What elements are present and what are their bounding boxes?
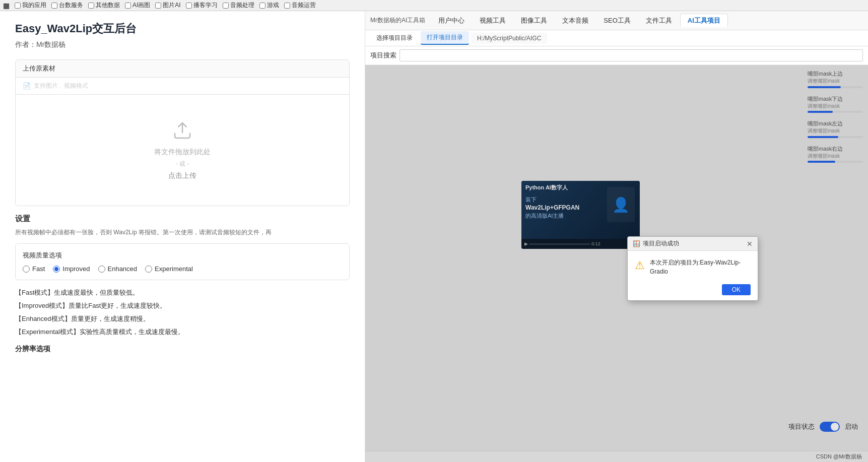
file-icon: 📄 <box>23 82 31 90</box>
resolution-label: 分辨率选项 <box>15 345 350 354</box>
nav-file-tools[interactable]: 文件工具 <box>639 14 679 27</box>
search-input[interactable] <box>399 49 863 61</box>
mode-descriptions: 【Fast模式】生成速度最快，但质量较低。 【Improved模式】质量比Fas… <box>15 286 350 339</box>
dialog-close-button[interactable]: ✕ <box>747 240 753 247</box>
nav-video-tools[interactable]: 视频工具 <box>473 14 513 27</box>
top-toolbar: ▦ 我的应用 台数服务 其他数据 AI画图 图片AI 播客学习 音频处理 游戏 … <box>0 0 868 11</box>
quality-option-improved[interactable]: Improved <box>53 265 90 273</box>
dialog-warning-icon: ⚠ <box>635 259 645 272</box>
nav-ai-project[interactable]: AI工具项目 <box>680 14 728 27</box>
nav-seo-tools[interactable]: SEO工具 <box>596 14 637 27</box>
upload-section: 上传原素材 📄 支持图片、视频格式 将文件拖放到此处 - 或 - 点击上传 <box>15 59 350 206</box>
path-display: H:/MyScriptPublic/AIGC <box>471 33 547 44</box>
sub-tab-select-dir[interactable]: 选择项目目录 <box>370 32 419 44</box>
drop-text: 将文件拖放到此处 <box>154 148 211 157</box>
quality-radio-group: Fast Improved Enhanced Experimental <box>23 265 342 273</box>
dialog-body: ⚠ 本次开启的项目为:Easy-Wav2Lip-Gradio <box>628 251 758 281</box>
main-container: Easy_Wav2Lip交互后台 作者：Mr数据杨 上传原素材 📄 支持图片、视… <box>0 11 868 462</box>
right-content-area: Python AI数字人 👤 装下 Wav2Lip+GFPGAN 的高清版AI主… <box>365 65 868 462</box>
toolbar-item-game[interactable]: 游戏 <box>259 1 279 10</box>
search-bar: 项目搜索 <box>365 46 868 65</box>
toolbar-item-data[interactable]: 其他数据 <box>88 1 120 10</box>
sub-tab-open-dir[interactable]: 打开项目目录 <box>421 31 469 45</box>
search-label: 项目搜索 <box>370 51 396 60</box>
quality-option-experimental[interactable]: Experimental <box>145 265 193 273</box>
toolbar-item-audio[interactable]: 音频处理 <box>223 1 254 10</box>
upload-hint: 📄 支持图片、视频格式 <box>16 78 349 95</box>
toolbar-item-audio-ops[interactable]: 音频运营 <box>284 1 316 10</box>
toolbar-item-ai-draw[interactable]: AI画图 <box>125 1 150 10</box>
toolbar-item-img-ai[interactable]: 图片AI <box>155 1 180 10</box>
page-author: 作者：Mr数据杨 <box>15 40 350 49</box>
click-upload-text[interactable]: 点击上传 <box>168 171 196 180</box>
window-title: Mr数据杨的AI工具箱 <box>370 16 425 25</box>
right-panel: Mr数据杨的AI工具箱 用户中心 视频工具 图像工具 文本音频 SEO工具 文件… <box>365 11 868 462</box>
right-nav-top: Mr数据杨的AI工具箱 用户中心 视频工具 图像工具 文本音频 SEO工具 文件… <box>365 11 868 30</box>
quality-option-fast[interactable]: Fast <box>23 265 45 273</box>
improved-mode-desc: 【Improved模式】质量比Fast更好，生成速度较快。 <box>15 299 350 312</box>
dialog-ok-button[interactable]: OK <box>722 284 751 295</box>
quality-options-box: 视频质量选项 Fast Improved Enhanced Experiment… <box>15 243 350 280</box>
dialog-overlay: 🪟 项目启动成功 ✕ ⚠ 本次开启的项目为:Easy-Wav2Lip-Gradi… <box>365 65 868 462</box>
left-panel: Easy_Wav2Lip交互后台 作者：Mr数据杨 上传原素材 📄 支持图片、视… <box>0 11 365 462</box>
dialog-footer: OK <box>628 281 758 300</box>
toolbar-item-podcast[interactable]: 播客学习 <box>186 1 218 10</box>
toolbar-item-service[interactable]: 台数服务 <box>51 1 83 10</box>
nav-image-tools[interactable]: 图像工具 <box>514 14 554 27</box>
nav-text-audio[interactable]: 文本音频 <box>555 14 595 27</box>
dialog-title-icon: 🪟 <box>633 240 640 247</box>
dialog-box: 🪟 项目启动成功 ✕ ⚠ 本次开启的项目为:Easy-Wav2Lip-Gradi… <box>627 236 758 301</box>
page-title: Easy_Wav2Lip交互后台 <box>15 21 350 36</box>
toolbar-grid-icon: ▦ <box>3 2 10 10</box>
dialog-title: 🪟 项目启动成功 <box>633 239 679 248</box>
quality-option-enhanced[interactable]: Enhanced <box>98 265 138 273</box>
right-nav-sub: 选择项目目录 打开项目目录 H:/MyScriptPublic/AIGC <box>365 30 868 46</box>
dialog-message: 本次开启的项目为:Easy-Wav2Lip-Gradio <box>650 258 751 276</box>
settings-section: 设置 所有视频帧中必须都有一张脸，否则 Wav2Lip 将报错。第一次使用，请测… <box>15 214 350 354</box>
settings-title: 设置 <box>15 214 350 224</box>
experimental-mode-desc: 【Experimental模式】实验性高质量模式，生成速度最慢。 <box>15 325 350 339</box>
toolbar-item-myapp[interactable]: 我的应用 <box>15 1 46 10</box>
settings-desc: 所有视频帧中必须都有一张脸，否则 Wav2Lip 将报错。第一次使用，请测试音频… <box>15 228 350 237</box>
upload-icon <box>172 120 192 145</box>
dialog-titlebar: 🪟 项目启动成功 ✕ <box>628 237 758 251</box>
quality-label: 视频质量选项 <box>23 251 342 260</box>
or-text: - 或 - <box>176 160 189 168</box>
enhanced-mode-desc: 【Enhanced模式】质量更好，生成速度稍慢。 <box>15 312 350 325</box>
nav-user-center[interactable]: 用户中心 <box>431 14 472 27</box>
upload-section-header: 上传原素材 <box>16 60 349 78</box>
upload-area[interactable]: 将文件拖放到此处 - 或 - 点击上传 <box>16 95 349 206</box>
fast-mode-desc: 【Fast模式】生成速度最快，但质量较低。 <box>15 286 350 299</box>
